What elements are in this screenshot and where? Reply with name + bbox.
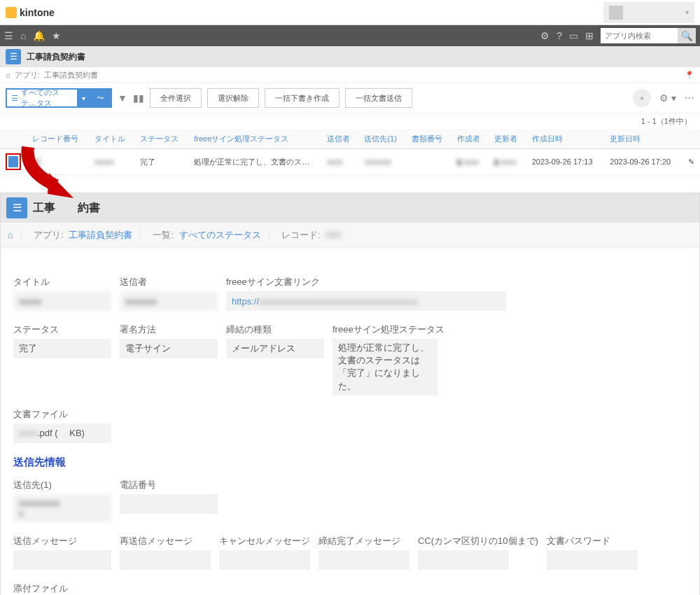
global-nav: ☰ ⌂ 🔔 ★ ⚙ ? ▭ ⊞ 🔍: [0, 25, 700, 46]
cell-record-no: 00: [27, 149, 89, 175]
label-sign-method: 署名方法: [120, 323, 218, 336]
value-freee-link[interactable]: https://xxxxxxxxxxxxxxxxxxxxxxxxxxxxxxxx…: [226, 291, 506, 311]
open-detail-button[interactable]: [6, 153, 21, 170]
star-icon[interactable]: ★: [52, 30, 61, 41]
user-menu[interactable]: ▾: [603, 2, 694, 23]
app-title: 工事請負契約書: [27, 51, 85, 63]
col-created[interactable]: 作成日時: [526, 130, 605, 149]
label-resend-msg: 再送信メッセージ: [120, 535, 211, 547]
value-status: 完了: [13, 339, 111, 358]
bc-record-id: 000: [326, 230, 342, 240]
label-doc-pw: 文書パスワード: [547, 535, 638, 547]
col-title[interactable]: タイトル: [89, 130, 134, 149]
chart-icon[interactable]: ▮▮: [133, 92, 144, 104]
detail-form: タイトルxxxxx 送信者xxxxxxx freeeサイン文書リンクhttps:…: [1, 248, 699, 595]
value-freee-status: 処理が正常に完了し、文書のステータスは「完了」になりました。: [332, 339, 438, 396]
search-input[interactable]: [601, 28, 678, 43]
value-complete-msg: [318, 550, 410, 570]
col-updater[interactable]: 更新者: [489, 130, 526, 149]
label-title: タイトル: [13, 276, 111, 288]
apps-icon[interactable]: ⊞: [585, 30, 594, 41]
view-label: すべてのステ…タス: [21, 88, 73, 108]
detail-title: 工事 約書: [33, 201, 100, 216]
brand-bar: kintone ▾: [0, 0, 700, 25]
gear-icon[interactable]: ⚙: [540, 30, 550, 41]
search-button[interactable]: 🔍: [678, 28, 696, 43]
home-icon[interactable]: ⌂: [8, 230, 13, 240]
bc-app-link[interactable]: 工事請負契約書: [69, 229, 132, 241]
home-icon[interactable]: ⌂: [20, 30, 26, 41]
filter-icon[interactable]: ▼: [118, 92, 127, 104]
col-freee-status[interactable]: freeeサイン処理ステータス: [188, 130, 321, 149]
document-icon: [8, 156, 18, 167]
menu-icon[interactable]: ☰: [4, 30, 13, 41]
bell-icon[interactable]: 🔔: [33, 30, 45, 41]
value-phone: [120, 494, 218, 514]
graph-icon[interactable]: ⤳: [90, 90, 111, 106]
bc-list-prefix: 一覧:: [153, 229, 174, 241]
section-dest-info: 送信先情報: [13, 456, 687, 469]
pin-icon[interactable]: 📍: [685, 71, 694, 80]
bulk-send-button[interactable]: 一括文書送信: [345, 88, 412, 108]
gear-icon[interactable]: ⚙ ▾: [659, 92, 676, 104]
view-icon: ☰: [11, 94, 18, 103]
col-updated[interactable]: 更新日時: [604, 130, 682, 149]
col-dest1[interactable]: 送信先(1): [358, 130, 406, 149]
cell-dest1: xxxxxxx: [358, 149, 406, 175]
label-cancel-msg: キャンセルメッセージ: [219, 535, 310, 547]
value-doc-file[interactable]: xxxx.pdf ( KB): [13, 424, 111, 443]
value-dest1: xxxxxxxxxx: [13, 494, 111, 522]
cell-status: 完了: [134, 149, 188, 175]
label-cc: CC(カンマ区切りの10個まで): [418, 535, 538, 547]
app-search: 🔍: [601, 28, 696, 43]
list-icon: ☰: [6, 49, 21, 64]
col-doc-no[interactable]: 書類番号: [406, 130, 451, 149]
col-creator[interactable]: 作成者: [451, 130, 489, 149]
value-cancel-msg: [219, 550, 310, 570]
value-send-msg: [13, 550, 111, 570]
value-cc: [418, 550, 509, 570]
deselect-button[interactable]: 選択解除: [207, 88, 259, 108]
mobile-icon[interactable]: ▭: [569, 30, 578, 41]
table-row: 00 xxxxx 完了 処理が正常に完了し、文書のステータスは「完了」になりま……: [0, 149, 700, 175]
chevron-down-icon: ▾: [685, 8, 689, 16]
bulk-draft-button[interactable]: 一括下書き作成: [265, 88, 340, 108]
cell-title: xxxxx: [89, 149, 134, 175]
brand-logo[interactable]: kintone: [6, 7, 55, 18]
label-contract-type: 締結の種類: [226, 323, 324, 336]
home-icon[interactable]: ⌂: [6, 71, 10, 79]
select-all-button[interactable]: 全件選択: [150, 88, 202, 108]
breadcrumb: ⌂ アプリ: 工事請負契約書 📍: [0, 67, 700, 83]
value-sender: xxxxxxx: [120, 291, 218, 311]
value-resend-msg: [120, 550, 211, 570]
detail-title-bar: ☰ 工事 約書: [1, 193, 699, 223]
chevron-down-icon[interactable]: ▾: [77, 90, 90, 106]
avatar: [609, 6, 623, 20]
kintone-icon: [6, 7, 17, 18]
list-icon: ☰: [6, 197, 27, 218]
col-status[interactable]: ステータス: [134, 130, 188, 149]
label-complete-msg: 締結完了メッセージ: [318, 535, 410, 547]
cell-doc-no: [406, 149, 451, 175]
value-contract-type: メールアドレス: [226, 339, 324, 358]
record-detail-panel: ☰ 工事 約書 ⌂ 〉 アプリ: 工事請負契約書 〉 一覧: すべてのステータス…: [0, 192, 700, 595]
label-send-msg: 送信メッセージ: [13, 535, 111, 547]
label-freee-status: freeeサイン処理ステータス: [332, 323, 444, 336]
value-sign-method: 電子サイン: [120, 339, 218, 358]
edit-button[interactable]: ✎: [682, 149, 700, 175]
brand-text: kintone: [20, 7, 55, 18]
help-icon[interactable]: ?: [556, 30, 562, 41]
cell-created: 2023-09-26 17:13: [526, 149, 605, 175]
view-selector[interactable]: ☰すべてのステ…タス ▾ ⤳: [6, 88, 112, 108]
label-attachment: 添付ファイル: [13, 582, 111, 595]
breadcrumb-app[interactable]: 工事請負契約書: [44, 70, 98, 80]
col-record-no[interactable]: レコード番号: [27, 130, 89, 149]
add-record-button[interactable]: ＋: [633, 89, 651, 107]
cell-updater: ▮ xxxx: [489, 149, 526, 175]
col-sender[interactable]: 送信者: [321, 130, 358, 149]
value-title: xxxxx: [13, 291, 111, 311]
detail-breadcrumb: ⌂ 〉 アプリ: 工事請負契約書 〉 一覧: すべてのステータス 〉 レコード:…: [1, 223, 699, 248]
label-freee-link: freeeサイン文書リンク: [226, 276, 506, 288]
bc-list-link[interactable]: すべてのステータス: [179, 229, 261, 241]
more-icon[interactable]: ⋯: [685, 92, 694, 104]
